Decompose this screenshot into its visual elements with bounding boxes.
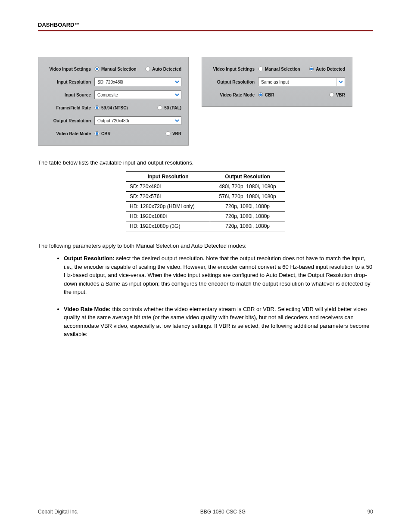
- select-input-resolution[interactable]: SD: 720x480i: [94, 78, 181, 86]
- svg-point-9: [258, 67, 263, 71]
- radio-auto-detected[interactable]: Auto Detected: [309, 66, 345, 72]
- chevron-down-icon: [336, 78, 345, 86]
- bullet-video-rate-mode: Video Rate Mode: this controls whether t…: [64, 305, 373, 339]
- label-video-rate-mode: Video Rate Mode: [209, 93, 258, 97]
- panel-manual: Video Input Settings Manual Selection Au…: [38, 57, 189, 146]
- footer-page: 90: [367, 509, 373, 515]
- select-output-resolution[interactable]: Same as Input: [258, 78, 345, 86]
- label-output-resolution: Output Resolution: [45, 118, 94, 123]
- radio-pal[interactable]: 50 (PAL): [157, 105, 181, 110]
- radio-vbr[interactable]: VBR: [329, 92, 345, 97]
- label-video-input-settings: Video Input Settings: [209, 67, 258, 72]
- table-header-output: Output Resolution: [210, 171, 285, 181]
- radio-cbr[interactable]: CBR: [258, 92, 274, 97]
- table-row: HD: 1920x1080i 720p, 1080i, 1080p: [126, 211, 285, 221]
- table-row: SD: 720x480i 480i, 720p, 1080i, 1080p: [126, 181, 285, 191]
- bullet-output-resolution: Output Resolution: select the desired ou…: [64, 254, 373, 296]
- page-header-title: DASHBOARD™: [38, 22, 80, 28]
- radio-label: Auto Detected: [316, 67, 345, 72]
- settings-panels: Video Input Settings Manual Selection Au…: [38, 57, 373, 146]
- panel-auto: Video Input Settings Manual Selection Au…: [202, 57, 352, 107]
- radio-auto-detected[interactable]: Auto Detected: [145, 66, 181, 72]
- select-input-source[interactable]: Composite: [94, 90, 181, 99]
- chevron-down-icon: [173, 78, 181, 86]
- radio-unselected-icon: [165, 131, 171, 136]
- radio-unselected-icon: [329, 92, 334, 97]
- table-cell-output: 576i, 720p, 1080i, 1080p: [210, 191, 285, 201]
- radio-label: CBR: [265, 93, 274, 97]
- table-header-input: Input Resolution: [126, 171, 210, 181]
- svg-point-5: [158, 106, 162, 110]
- svg-point-7: [96, 132, 98, 135]
- table-row: SD: 720x576i 576i, 720p, 1080i, 1080p: [126, 191, 285, 201]
- table-cell-input: HD: 1920x1080i: [126, 211, 210, 221]
- radio-ntsc[interactable]: 59.94 (NTSC): [94, 105, 128, 110]
- label-input-resolution: Input Resolution: [45, 80, 94, 84]
- select-value: Output 720x480i: [95, 118, 173, 123]
- radio-label: Auto Detected: [152, 67, 181, 72]
- radio-label: VBR: [172, 131, 181, 136]
- table-cell-input: SD: 720x480i: [126, 181, 210, 191]
- radio-label: CBR: [101, 131, 111, 136]
- section-lead-text: The following parameters apply to both M…: [38, 242, 373, 250]
- select-output-resolution[interactable]: Output 720x480i: [94, 116, 181, 125]
- radio-unselected-icon: [258, 66, 263, 72]
- label-frame-field-rate: Frame/Field Rate: [45, 106, 94, 110]
- label-output-resolution: Output Resolution: [209, 80, 258, 84]
- table-cell-output: 480i, 720p, 1080i, 1080p: [210, 181, 285, 191]
- select-value: Composite: [95, 93, 173, 97]
- table-row: HD: 1920x1080p (3G) 720p, 1080i, 1080p: [126, 221, 285, 231]
- radio-label: Manual Selection: [101, 67, 137, 72]
- radio-label: VBR: [336, 93, 345, 97]
- radio-label: 59.94 (NTSC): [101, 106, 128, 110]
- radio-label: Manual Selection: [265, 67, 300, 72]
- select-value: Same as Input: [258, 80, 336, 84]
- bullet-list: Output Resolution: select the desired ou…: [38, 254, 373, 339]
- table-cell-input: SD: 720x576i: [126, 191, 210, 201]
- svg-point-11: [310, 68, 313, 70]
- radio-selected-icon: [258, 92, 263, 97]
- radio-manual-selection[interactable]: Manual Selection: [258, 66, 300, 72]
- radio-selected-icon: [94, 105, 100, 110]
- table-row: HD: 1280x720p (HDMI only) 720p, 1080i, 1…: [126, 201, 285, 211]
- chevron-down-icon: [173, 91, 181, 99]
- footer-company: Cobalt Digital Inc.: [38, 509, 78, 515]
- label-video-input-settings: Video Input Settings: [45, 67, 94, 72]
- svg-point-13: [259, 93, 262, 96]
- label-input-source: Input Source: [45, 93, 94, 97]
- svg-point-2: [146, 67, 150, 71]
- table-cell-output: 720p, 1080i, 1080p: [210, 221, 285, 231]
- svg-point-1: [96, 68, 98, 70]
- table-intro-text: The table below lists the available inpu…: [38, 159, 373, 167]
- radio-unselected-icon: [145, 66, 150, 72]
- bullet-lead: Video Rate Mode:: [64, 306, 111, 312]
- radio-cbr[interactable]: CBR: [94, 131, 111, 136]
- table-cell-input: HD: 1920x1080p (3G): [126, 221, 210, 231]
- footer-product: BBG-1080-CSC-3G: [200, 509, 246, 515]
- radio-selected-icon: [94, 131, 100, 136]
- resolution-table: Input Resolution Output Resolution SD: 7…: [126, 171, 285, 231]
- radio-vbr[interactable]: VBR: [165, 131, 181, 136]
- radio-label: 50 (PAL): [164, 106, 181, 110]
- radio-selected-icon: [309, 66, 314, 72]
- bullet-lead: Output Resolution:: [64, 255, 115, 261]
- table-cell-output: 720p, 1080i, 1080p: [210, 211, 285, 221]
- header-rule: [38, 30, 373, 31]
- select-value: SD: 720x480i: [95, 80, 173, 84]
- page-footer: Cobalt Digital Inc. BBG-1080-CSC-3G 90: [38, 509, 373, 515]
- radio-unselected-icon: [157, 105, 162, 110]
- svg-point-8: [166, 131, 170, 136]
- chevron-down-icon: [173, 117, 181, 124]
- radio-selected-icon: [94, 66, 100, 72]
- label-video-rate-mode: Video Rate Mode: [45, 131, 94, 136]
- svg-point-14: [330, 93, 334, 97]
- radio-manual-selection[interactable]: Manual Selection: [94, 66, 137, 72]
- table-cell-output: 720p, 1080i, 1080p: [210, 201, 285, 211]
- table-cell-input: HD: 1280x720p (HDMI only): [126, 201, 210, 211]
- svg-point-4: [96, 106, 98, 109]
